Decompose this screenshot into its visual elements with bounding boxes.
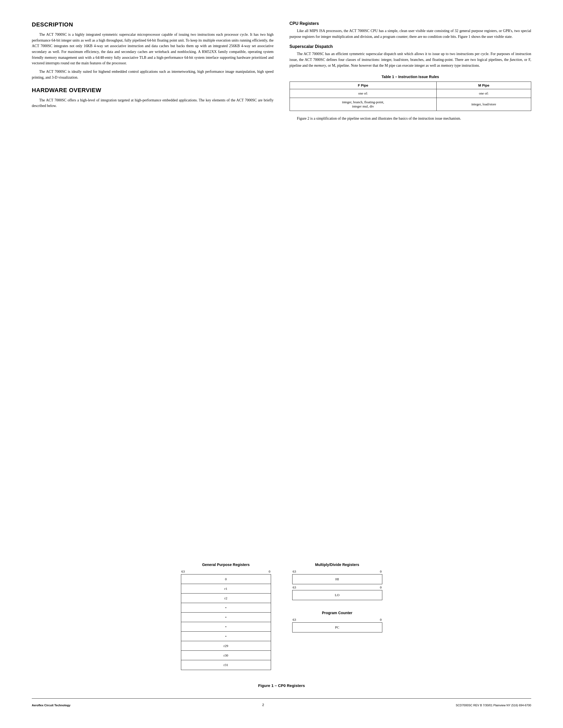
gpr-range-labels: 63 0 [181,569,271,574]
gpr-bit-high: 63 [181,569,185,574]
hi-group: 63 0 HI [292,569,382,584]
hardware-overview-para: The ACT 7000SC offers a high-level of in… [32,97,274,109]
right-diagrams: Multiply/Divide Registers 63 0 HI 63 0 [292,563,382,632]
cpu-registers-title: CPU Registers [290,21,531,26]
gpr-title: General Purpose Registers [202,563,250,567]
gpr-row-r29: r29 [181,641,271,651]
hardware-overview-title: HARDWARE OVERVIEW [32,87,274,94]
table-cell-fpipe-2: integer, branch, floating-point,integer … [290,98,436,111]
page-footer: Aeroflex Circuit Technology 2 SCD7000SC … [32,698,531,707]
gpr-row-r31: r31 [181,660,271,670]
gpr-row-r2: r2 [181,594,271,603]
lo-bit-high: 63 [293,585,296,590]
superscalar-dispatch-title: Superscalar Dispatch [290,44,531,49]
hi-box: HI [292,574,382,584]
diagram-section: General Purpose Registers 63 0 0 r1 r2 •… [32,563,531,670]
lo-row: LO [293,590,382,600]
table-row-1: one of: one of: [290,89,531,98]
right-column: CPU Registers Like all MIPS ISA processo… [290,21,531,547]
footer-left: Aeroflex Circuit Technology [32,704,70,707]
instruction-issue-table: F Pipe M Pipe one of: one of: integer, b… [290,82,531,111]
gpr-row-dot2: • [181,613,271,622]
table-row-2: integer, branch, floating-point,integer … [290,98,531,111]
table-cell-fpipe-1: one of: [290,89,436,98]
gpr-row-dot3: • [181,622,271,632]
lo-bit-low: 0 [380,585,382,590]
description-title: DESCRIPTION [32,21,274,28]
md-section: Multiply/Divide Registers 63 0 HI 63 0 [292,563,382,600]
hi-row: HI [293,574,382,584]
table-header-mpipe: M Pipe [436,82,531,89]
hi-range-labels: 63 0 [292,569,382,574]
left-column: DESCRIPTION The ACT 7000SC is a highly i… [32,21,274,547]
gpr-row-dot1: • [181,603,271,613]
table-1-title: Table 1 – Instruction Issue Rules [290,75,531,79]
footer-right: SCD7000SC REV B 7/30/01 Plainview NY (51… [456,704,531,707]
figure-1-caption: Figure 1 – CP0 Registers [32,683,531,688]
hi-bit-high: 63 [293,569,296,574]
gpr-bit-low: 0 [268,569,270,574]
superscalar-dispatch-para: The ACT 7000SC has an efficient symmetri… [290,51,531,68]
footer-page-number: 2 [262,703,264,707]
page: DESCRIPTION The ACT 7000SC is a highly i… [0,0,563,728]
hi-bit-low: 0 [380,569,382,574]
table-cell-mpipe-1: one of: [436,89,531,98]
main-content: DESCRIPTION The ACT 7000SC is a highly i… [32,21,531,547]
figure2-note: Figure 2 is a simplification of the pipe… [290,116,531,122]
description-para-2: The ACT 7000SC is ideally suited for hig… [32,69,274,80]
pc-bit-low: 0 [380,618,382,622]
gpr-row-0: 0 [181,574,271,584]
pc-bit-high: 63 [293,618,296,622]
lo-range-labels: 63 0 [292,585,382,590]
pc-row: PC [293,623,382,632]
pc-title: Program Counter [322,611,352,615]
gpr-row-r30: r30 [181,651,271,660]
table-header-fpipe: F Pipe [290,82,436,89]
cpu-registers-para: Like all MIPS ISA processors, the ACT 70… [290,28,531,39]
gpr-box: 0 r1 r2 • • • • r29 r30 r31 [181,574,271,670]
lo-group: 63 0 LO [292,585,382,600]
lo-box: LO [292,590,382,600]
gpr-diagram: General Purpose Registers 63 0 0 r1 r2 •… [181,563,271,670]
gpr-row-dot4: • [181,632,271,641]
md-title: Multiply/Divide Registers [292,563,382,567]
pc-box: PC [292,622,382,632]
table-1-section: Table 1 – Instruction Issue Rules F Pipe… [290,75,531,111]
table-cell-mpipe-2: integer, load/store [436,98,531,111]
pc-section: Program Counter 63 0 PC [292,611,382,632]
description-para-1: The ACT 7000SC is a highly integrated sy… [32,32,274,66]
gpr-row-r1: r1 [181,584,271,594]
pc-range-labels: 63 0 [292,618,382,622]
